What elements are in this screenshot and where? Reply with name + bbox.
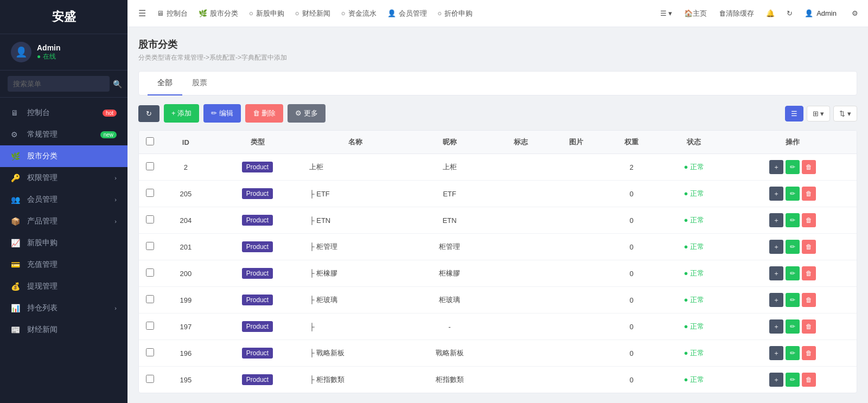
topbar-home-btn[interactable]: 🏠 主页: [680, 9, 711, 18]
action-delete-button[interactable]: 🗑: [802, 160, 816, 174]
select-all-checkbox[interactable]: [146, 137, 154, 145]
sidebar-item-stock[interactable]: 🌿 股市分类: [0, 145, 127, 167]
action-add-button[interactable]: ＋: [769, 346, 783, 360]
menu-toggle-icon[interactable]: ☰: [133, 8, 151, 18]
action-add-button[interactable]: ＋: [769, 187, 783, 201]
row-checkbox[interactable]: [146, 268, 154, 277]
sidebar-item-general[interactable]: ⚙ 常规管理 new: [0, 124, 127, 145]
sidebar-item-dashboard[interactable]: 🖥 控制台 hot: [0, 102, 127, 124]
row-checkbox[interactable]: [146, 162, 154, 170]
action-delete-button[interactable]: 🗑: [802, 293, 816, 307]
topbar-item-finance[interactable]: ○ 财经新闻: [290, 0, 336, 27]
status-badge: 正常: [684, 296, 704, 304]
topbar-settings-icon[interactable]: ⚙: [847, 9, 863, 17]
sidebar-item-withdraw[interactable]: 💰 提现管理: [0, 276, 127, 297]
action-delete-button[interactable]: 🗑: [802, 213, 816, 227]
action-add-button[interactable]: ＋: [769, 373, 783, 387]
topbar-dropdown-btn[interactable]: ☰ ▾: [656, 9, 677, 17]
cell-weight: 0: [604, 287, 659, 314]
type-badge: Product: [242, 188, 273, 199]
row-checkbox[interactable]: [146, 215, 154, 223]
action-delete-button[interactable]: 🗑: [802, 240, 816, 254]
sidebar-item-members[interactable]: 👥 会员管理 ›: [0, 189, 127, 210]
sidebar-item-label: 持仓列表: [27, 303, 58, 313]
action-add-button[interactable]: ＋: [769, 160, 783, 174]
filter-button[interactable]: ⇅ ▾: [833, 106, 857, 121]
action-edit-button[interactable]: ✏: [786, 240, 800, 254]
topbar-bell-icon[interactable]: 🔔: [762, 9, 779, 17]
sidebar-item-newstock[interactable]: 📈 新股申购: [0, 232, 127, 254]
sidebar-item-rights[interactable]: 🔑 权限管理 ›: [0, 167, 127, 189]
action-edit-button[interactable]: ✏: [786, 319, 800, 334]
action-add-button[interactable]: ＋: [769, 293, 783, 307]
row-checkbox[interactable]: [146, 189, 154, 197]
list-view-button[interactable]: ☰: [785, 106, 803, 121]
cell-logo: [493, 314, 548, 340]
sidebar-item-recharge[interactable]: 💳 充值管理: [0, 254, 127, 276]
topbar-item-discount[interactable]: ○ 折价申购: [432, 0, 478, 27]
action-edit-button[interactable]: ✏: [786, 187, 800, 201]
tab-stock[interactable]: 股票: [182, 72, 217, 95]
action-edit-button[interactable]: ✏: [786, 213, 800, 227]
grid-view-button[interactable]: ⊞ ▾: [807, 106, 831, 121]
refresh-button[interactable]: ↻: [138, 105, 159, 122]
action-edit-button[interactable]: ✏: [786, 293, 800, 307]
sidebar-item-positions[interactable]: 📊 持仓列表 ›: [0, 297, 127, 319]
sidebar-item-products[interactable]: 📦 产品管理 ›: [0, 210, 127, 232]
action-add-button[interactable]: ＋: [769, 213, 783, 227]
cell-id: 199: [161, 287, 211, 314]
search-input[interactable]: [8, 76, 110, 92]
col-name: 名称: [304, 131, 406, 154]
add-button[interactable]: + 添加: [164, 104, 199, 123]
toolbar: ↻ + 添加 ✏ 编辑 🗑 删除 ⚙ 更多 ☰ ⊞ ▾ ⇅ ▾: [138, 104, 857, 123]
topbar-label: 财经新闻: [302, 9, 330, 18]
delete-button[interactable]: 🗑 删除: [245, 104, 284, 123]
row-checkbox[interactable]: [146, 375, 154, 383]
cell-logo: [493, 154, 548, 181]
action-edit-button[interactable]: ✏: [786, 373, 800, 387]
tab-all[interactable]: 全部: [148, 72, 182, 95]
col-id: ID: [161, 131, 211, 154]
topbar-item-stock[interactable]: 🌿 股市分类: [193, 0, 244, 27]
cell-actions: ＋ ✏ 🗑: [729, 207, 857, 234]
cell-id: 197: [161, 314, 211, 340]
sidebar-item-finance[interactable]: 📰 财经新闻: [0, 319, 127, 341]
action-edit-button[interactable]: ✏: [786, 266, 800, 280]
col-weight: 权重: [604, 131, 659, 154]
action-edit-button[interactable]: ✏: [786, 160, 800, 174]
search-icon[interactable]: 🔍: [113, 80, 122, 88]
topbar-admin-name[interactable]: 👤 Admin: [800, 9, 844, 17]
action-delete-button[interactable]: 🗑: [802, 266, 816, 280]
row-checkbox[interactable]: [146, 322, 154, 330]
row-checkbox[interactable]: [146, 242, 154, 250]
action-edit-button[interactable]: ✏: [786, 346, 800, 360]
topbar-item-member[interactable]: 👤 会员管理: [382, 0, 432, 27]
cell-image: [548, 314, 604, 340]
action-delete-button[interactable]: 🗑: [802, 319, 816, 334]
topbar-item-newstock[interactable]: ○ 新股申购: [244, 0, 290, 27]
cell-actions: ＋ ✏ 🗑: [729, 287, 857, 314]
action-delete-button[interactable]: 🗑: [802, 187, 816, 201]
action-delete-button[interactable]: 🗑: [802, 346, 816, 360]
topbar-item-cashflow[interactable]: ○ 资金流水: [336, 0, 382, 27]
edit-button[interactable]: ✏ 编辑: [203, 104, 241, 123]
cell-type: Product: [211, 181, 304, 207]
row-checkbox[interactable]: [146, 295, 154, 303]
action-delete-button[interactable]: 🗑: [802, 373, 816, 387]
topbar-clear-btn[interactable]: 🗑 清除缓存: [714, 9, 758, 18]
action-add-button[interactable]: ＋: [769, 240, 783, 254]
chevron-right-icon: ›: [114, 196, 117, 203]
row-checkbox[interactable]: [146, 348, 154, 356]
recharge-icon: 💳: [11, 260, 22, 269]
col-nickname: 昵称: [406, 131, 493, 154]
hot-badge: hot: [103, 110, 117, 117]
topbar-item-dashboard[interactable]: 🖥 控制台: [151, 0, 193, 27]
action-add-button[interactable]: ＋: [769, 319, 783, 334]
cell-actions: ＋ ✏ 🗑: [729, 314, 857, 340]
more-button[interactable]: ⚙ 更多: [288, 104, 326, 123]
newstock-icon: 📈: [11, 239, 22, 247]
topbar-refresh-icon[interactable]: ↻: [782, 9, 797, 17]
action-add-button[interactable]: ＋: [769, 266, 783, 280]
cell-name: ├ 柜管理: [304, 234, 406, 260]
row-checkbox-cell: [139, 260, 161, 287]
